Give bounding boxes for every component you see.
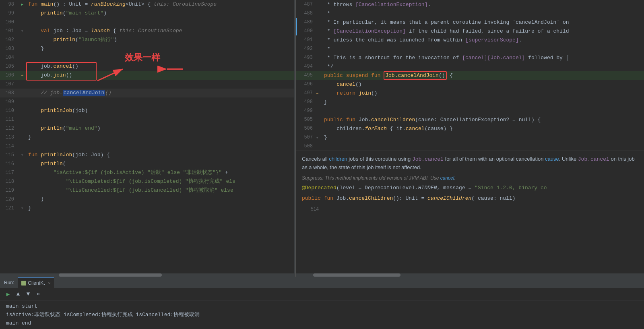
- code-line-121: 121▾}: [0, 204, 294, 213]
- code-line-98: 98▶fun main() : Unit = runBlocking<Unit>…: [0, 0, 294, 9]
- right-line-495: 495public suspend fun Job.cancelAndJoin(…: [296, 71, 644, 80]
- code-line-115: 115▾fun printlnJob(job: Job) {: [0, 151, 294, 159]
- right-scrollbar[interactable]: [296, 273, 644, 277]
- run-tab-close[interactable]: ×: [48, 281, 50, 286]
- code-line-119: 119 "\tisCancelled:${if (job.isCancelled…: [0, 186, 294, 195]
- up-button[interactable]: ▲: [14, 290, 22, 298]
- run-output: main startisActive:非活跃状态 isCompleted:协程执…: [0, 300, 644, 329]
- right-line-506: 506 children.forEach { it.cancel(cause) …: [296, 124, 644, 133]
- code-line-101: 101▾ val job : Job = launch { this: Coro…: [0, 27, 294, 35]
- right-line-487: 487 * throws [CancellationException].: [296, 0, 644, 9]
- right-line-508: 508: [296, 142, 644, 151]
- deprecated-line-1: @Deprecated(level = DeprecationLevel.HID…: [302, 184, 638, 192]
- code-line-108: 108 // job.cancelAndJoin(): [0, 89, 294, 97]
- run-tabs: Run: ClientKt ×: [0, 277, 644, 288]
- left-panel: 98▶fun main() : Unit = runBlocking<Unit>…: [0, 0, 294, 277]
- run-tab-clientkt[interactable]: ClientKt ×: [18, 277, 54, 288]
- left-scrollbar[interactable]: [0, 273, 294, 277]
- code-line-102: 102 println("launch执行"): [0, 35, 294, 44]
- right-line-498: 498}: [296, 97, 644, 106]
- right-doc-area: Cancels all children jobs of this corout…: [296, 151, 644, 273]
- code-line-107: 107: [0, 80, 294, 89]
- output-line: main end: [6, 319, 638, 328]
- code-line-111: 111: [0, 115, 294, 124]
- left-code-area: 98▶fun main() : Unit = runBlocking<Unit>…: [0, 0, 294, 277]
- code-line-113: 113}: [0, 133, 294, 142]
- right-line-494: 494 */: [296, 62, 644, 71]
- code-line-117: 117 "isActive:${if (job.isActive) "活跃" e…: [0, 168, 294, 177]
- right-line-499: 499: [296, 106, 644, 115]
- right-line-505: 505public fun Job.cancelChildren(cause: …: [296, 115, 644, 124]
- right-extra-lines: 505public fun Job.cancelChildren(cause: …: [296, 115, 644, 151]
- main-area: 98▶fun main() : Unit = runBlocking<Unit>…: [0, 0, 644, 277]
- code-line-100: 100: [0, 18, 294, 27]
- play-button[interactable]: ▶: [4, 290, 12, 298]
- fast-forward-button[interactable]: »: [34, 290, 42, 298]
- down-button[interactable]: ▼: [24, 290, 32, 298]
- code-line-114: 114: [0, 142, 294, 151]
- right-line-514: 514: [302, 205, 638, 213]
- code-line-116: 116 println(: [0, 159, 294, 168]
- chinese-annotation: 效果一样: [125, 52, 160, 64]
- run-tab-icon: [21, 281, 26, 286]
- code-line-118: 118 "\tisCompleted:${if (job.isCompleted…: [0, 177, 294, 186]
- code-lines-left: 98▶fun main() : Unit = runBlocking<Unit>…: [0, 0, 294, 213]
- output-line: main start: [6, 302, 638, 311]
- doc-suppress: Suppress: This method implements old ver…: [302, 174, 638, 182]
- annotation-box-cancel-join: [26, 62, 97, 81]
- right-line-507: 507▾}: [296, 133, 644, 142]
- bottom-panel: Run: ClientKt × ▶ ▲ ▼ » main startisActi…: [0, 277, 644, 329]
- right-panel: 487 * throws [CancellationException].488…: [296, 0, 644, 277]
- code-line-99: 99 println("main start"): [0, 9, 294, 18]
- doc-paragraph: Cancels all children jobs of this corout…: [302, 155, 638, 171]
- right-line-493: 493 * This is a shortcut for the invocat…: [296, 53, 644, 62]
- right-code-area: 487 * throws [CancellationException].488…: [296, 0, 644, 115]
- output-line: isActive:非活跃状态 isCompleted:协程执行完成 isCanc…: [6, 311, 638, 319]
- right-line-488: 488 *: [296, 9, 644, 18]
- run-controls: ▶ ▲ ▼ »: [0, 288, 644, 300]
- code-line-109: 109: [0, 97, 294, 106]
- run-label: Run:: [4, 280, 14, 286]
- right-line-496: 496 cancel(): [296, 80, 644, 89]
- right-line-490: 490 * [CancellationException] if the chi…: [296, 27, 644, 35]
- code-line-112: 112 println("main end"): [0, 124, 294, 133]
- deprecated-line-2: public fun Job.cancelChildren(): Unit = …: [302, 195, 638, 203]
- run-tab-name: ClientKt: [28, 280, 45, 286]
- right-line-491: 491 * unless the child was launched from…: [296, 35, 644, 44]
- right-line-497: 497⇒ return join(): [296, 89, 644, 97]
- right-line-489: 489 * In particular, it means that a par…: [296, 18, 644, 27]
- right-line-492: 492 *: [296, 44, 644, 53]
- code-line-120: 120 ): [0, 195, 294, 204]
- code-line-110: 110 printlnJob(job): [0, 106, 294, 115]
